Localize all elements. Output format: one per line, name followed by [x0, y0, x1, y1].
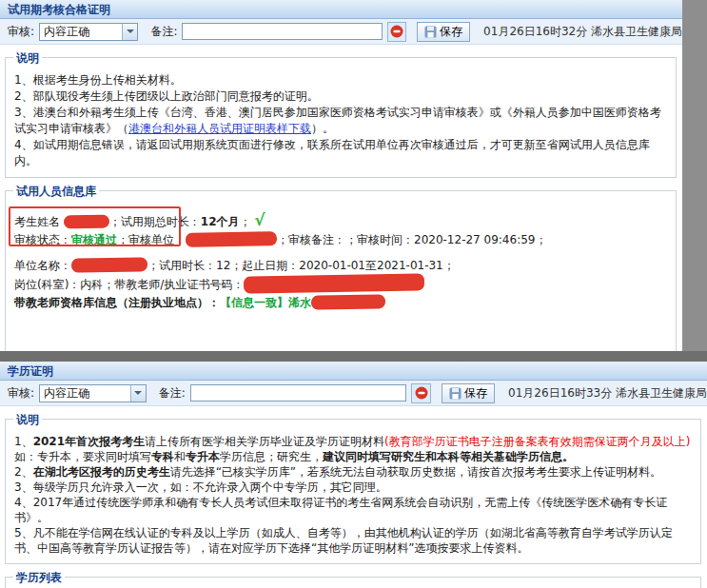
save-button-label: 保存	[464, 385, 487, 402]
teacher-registry-label: 带教老师资格库信息（注册执业地点）：	[14, 296, 220, 309]
note-line: 2、在湖北考区报考的历史考生请先选择“已核实学历库”，若系统无法自动获取历史数据…	[14, 464, 693, 480]
paren-close: ）。	[311, 122, 334, 135]
note-label: 备注:	[159, 385, 186, 402]
note-line: 3、每级学历只允许录入一次，如：不允许录入两个中专学历，其它同理。	[14, 480, 693, 495]
note-text: 请先选择“已核实学历库”，若系统无法自动获取历史数据，请按首次报考考生要求上传证…	[170, 465, 661, 479]
note-line: 1、根据考生身份上传相关材料。	[14, 72, 668, 88]
probation-toolbar: 审核: 内容正确 备注: 保存 01月26日16时32分 浠水县卫生健康局	[0, 19, 682, 45]
probation-period-text: ；试用时长：12；起止日期：2020-01-01至2021-01-31；	[147, 259, 455, 272]
reject-button[interactable]	[411, 383, 431, 403]
note-number: 2、	[14, 465, 33, 479]
notes-legend: 说明	[13, 412, 42, 428]
section-divider	[0, 351, 707, 362]
save-button-label: 保存	[440, 24, 462, 40]
candidate-name-row: 考生姓名 ；试用期总时长：12个月； √	[14, 211, 668, 231]
note-line: 4、2017年通过传统医学师承和确有专长人员考试但未取得证书的考生省网系统会自动…	[14, 495, 693, 525]
note-bold: 专升本	[186, 450, 220, 463]
redaction-scribble	[311, 294, 385, 309]
review-label: 审核:	[8, 385, 34, 402]
redaction-scribble	[244, 273, 424, 293]
probation-notes-fieldset: 说明 1、根据考生身份上传相关材料。 2、部队现役考生须上传团级以上政治部门同意…	[5, 57, 677, 178]
unit-name-row: 单位名称：；试用时长：12；起止日期：2020-01-01至2021-01-31…	[14, 257, 668, 275]
probation-info-legend: 试用人员信息库	[13, 184, 99, 200]
probation-certificate-panel: 试用期考核合格证明 审核: 内容正确 备注: 保存 01月26日16时32分 浠…	[0, 0, 682, 351]
note-text: 和	[174, 450, 186, 463]
note-label: 备注:	[150, 24, 177, 40]
chevron-down-icon[interactable]	[130, 385, 146, 402]
note-input[interactable]	[182, 23, 383, 40]
chevron-down-icon[interactable]	[122, 24, 137, 40]
status-badge: 审核通过	[71, 233, 117, 246]
position-teacher-label: 岗位(科室)：内科；带教老师/执业证书号码：	[14, 278, 244, 291]
redaction-scribble	[186, 231, 277, 247]
position-row: 岗位(科室)：内科；带教老师/执业证书号码：	[14, 275, 668, 294]
note-line: 3、港澳台和外籍考生须上传《台湾、香港、澳门居民参加国家医师资格考试实习申请审核…	[14, 105, 668, 137]
review-select-value: 内容正确	[40, 385, 130, 402]
education-list-fieldset: 学历列表 大专 学历证明材料:电子注册备案表毕业证查看学信网结果	[5, 577, 701, 588]
review-timestamp: 01月26日16时32分 浠水县卫生健康局	[483, 24, 682, 40]
spacer	[14, 249, 668, 257]
note-line: 2、部队现役考生须上传团级以上政治部门同意报考的证明。	[14, 88, 668, 105]
probation-panel-title: 试用期考核合格证明	[0, 0, 682, 19]
save-button[interactable]: 保存	[442, 383, 495, 403]
note-bold: 专科	[151, 450, 174, 463]
note-text: 请上传所有医学相关学历毕业证及学历证明材料	[145, 435, 384, 448]
save-icon	[449, 387, 462, 400]
education-certificate-panel: 学历证明 审核: 内容正确 备注: 保存 01月26日16时33分 浠水县卫生健…	[0, 362, 707, 588]
review-unit-label: ；审核单位：	[117, 233, 186, 246]
certificate-template-download-link[interactable]: 港澳台和外籍人员试用证明表样下载	[128, 122, 311, 135]
note-bold: 建议同时填写研究生和本科等相关基础学历信息。	[323, 450, 574, 463]
stop-icon	[390, 25, 403, 38]
redaction-scribble	[64, 215, 109, 229]
check-icon: √	[254, 210, 265, 229]
note-text: 3、港澳台和外籍考生须上传《台湾、香港、澳门居民参加国家医师资格考试实习申请审核…	[14, 106, 661, 135]
review-select-value: 内容正确	[40, 24, 122, 40]
review-time-text: ；审核备注：；审核时间：2020-12-27 09:46:59；	[277, 233, 546, 246]
paren-open: （	[117, 122, 128, 135]
note-input[interactable]	[190, 384, 406, 402]
save-button[interactable]: 保存	[417, 22, 470, 42]
info-consistent-badge: 【信息一致】浠水	[220, 296, 311, 309]
review-status-row: 审核状态：审核通过；审核单位：；审核备注：；审核时间：2020-12-27 09…	[14, 231, 668, 249]
note-bold: 2021年首次报考考生	[33, 435, 145, 448]
redaction-scribble	[71, 257, 147, 272]
notes-legend: 说明	[13, 50, 42, 67]
note-line: 如：专升本，要求同时填写专科和专升本学历信息；研究生，建议同时填写研究生和本科等…	[14, 449, 693, 464]
note-text: 学历信息；研究生，	[220, 450, 323, 463]
note-line: 5、凡不能在学信网在线认证的专科及以上学历（如成人、自考等），由其他机构认证的学…	[14, 525, 693, 556]
review-result-select[interactable]: 内容正确	[39, 384, 147, 402]
note-line: 1、2021年首次报考考生请上传所有医学相关学历毕业证及学历证明材料(教育部学历…	[14, 434, 693, 449]
duration-value: 12个月	[201, 215, 240, 228]
review-label: 审核:	[8, 24, 34, 40]
note-bold: 在湖北考区报考的历史考生	[33, 465, 170, 479]
teacher-registry-row: 带教老师资格库信息（注册执业地点）：【信息一致】浠水	[14, 294, 668, 312]
note-warning-text: (教育部学历证书电子注册备案表有效期需保证两个月及以上)	[384, 435, 690, 448]
save-icon	[424, 26, 437, 38]
separator: ；	[240, 215, 251, 228]
review-timestamp: 01月26日16时33分 浠水县卫生健康局	[508, 385, 707, 402]
review-result-select[interactable]: 内容正确	[39, 23, 138, 41]
stop-icon	[415, 386, 428, 400]
unit-name-label: 单位名称：	[14, 259, 71, 272]
education-toolbar: 审核: 内容正确 备注: 保存 01月26日16时33分 浠水县卫生健康局	[0, 381, 707, 406]
education-panel-title: 学历证明	[0, 362, 707, 381]
reject-button[interactable]	[387, 22, 406, 42]
note-line: 4、如试用期信息错误，请返回试用期系统页面进行修改，联系所在试用单位再次审核通过…	[14, 137, 668, 169]
education-notes-fieldset: 说明 1、2021年首次报考考生请上传所有医学相关学历毕业证及学历证明材料(教育…	[5, 419, 701, 564]
candidate-name-label: 考生姓名	[14, 215, 60, 228]
education-list-legend: 学历列表	[13, 570, 65, 586]
duration-label: ；试用期总时长：	[109, 215, 201, 228]
status-label: 审核状态：	[14, 233, 71, 246]
note-number: 1、	[14, 435, 33, 448]
note-text: 如：专升本，要求同时填写	[14, 450, 151, 463]
probation-info-fieldset: 试用人员信息库 考生姓名 ；试用期总时长：12个月； √ 审核状态：审核通过；审…	[5, 190, 677, 351]
